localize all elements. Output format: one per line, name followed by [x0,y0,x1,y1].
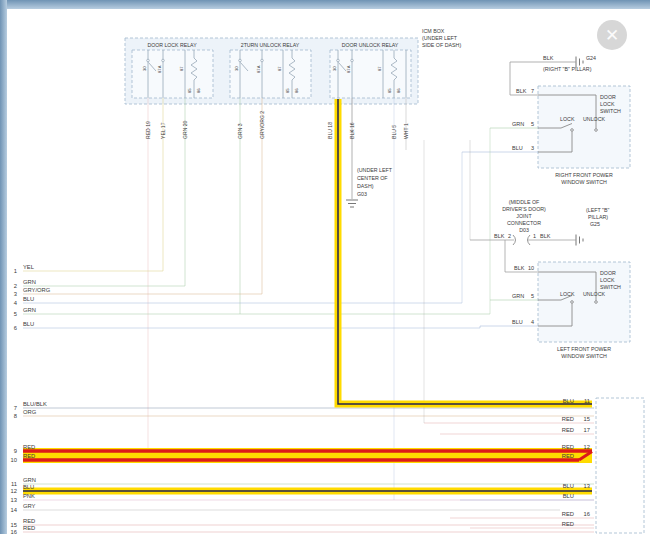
pin-number: 13 [584,483,590,489]
wire-color-label: BLU [23,321,34,327]
diagram-label: 2 [508,233,511,239]
diagram-label: GRN [512,121,524,127]
diagram-label: 86 [294,88,299,93]
pin-number: 16 [584,511,590,517]
diagram-label: SIDE OF DASH) [422,42,461,48]
row-number: 1 [14,268,17,274]
row-number: 7 [14,405,17,411]
diagram-label: BLU [512,145,523,151]
2turn-unlock-relay-box [230,50,311,98]
wire-color-label: YEL 17 [160,122,166,139]
diagram-label: 87 [377,66,382,71]
door-lock-relay-box [132,50,213,98]
wire-color-label: BLU [563,483,574,489]
diagram-label: (UNDER LEFT [357,167,393,173]
wire-color-label: YEL [23,264,35,270]
diagram-label: 85 [285,88,290,93]
close-icon: ✕ [605,25,619,45]
diagram-label: DOOR UNLOCK RELAY [342,42,399,48]
diagram-label: 85 [387,88,392,93]
wiring-diagram: ICM BOX(UNDER LEFTSIDE OF DASH)DOOR LOCK… [0,0,650,534]
diagram-label: G03 [357,191,367,197]
window-left-edge[interactable] [0,0,7,534]
diagram-label: LOCK [600,101,615,107]
wire-color-label: GRN 20 [182,120,188,139]
diagram-label: GRN [512,293,524,299]
diagram-label: DRIVER'S DOOR) [502,206,546,212]
diagram-label: 30 [234,66,239,71]
wire-color-label: RED [562,427,574,433]
diagram-label: LEFT FRONT POWER [557,346,611,352]
row-number: 3 [14,291,17,297]
wire-color-label: GRN [23,279,36,285]
diagram-label: G24 [586,55,596,61]
wire-color-label: WHT 1 [403,123,409,139]
diagram-label: 87 [277,66,282,71]
diagram-label: PILLAR) [588,214,608,220]
wire-color-label: GRN 3 [237,123,243,139]
diagram-label: SWITCH [600,108,621,114]
row-number: 16 [11,529,17,534]
diagram-label: BLK [540,233,551,239]
diagram-label: ICM BOX [422,28,445,34]
wire-color-label: GRY/ORG [23,287,51,293]
diagram-label: LOCK [560,291,575,297]
diagram-label: 7 [531,88,534,94]
diagram-label: BLK [516,88,527,94]
diagram-label: JOINT [516,213,532,219]
diagram-label: 2TURN UNLOCK RELAY [241,42,300,48]
diagram-label: UNLOCK [583,291,606,297]
diagram-label: (LEFT "B" [586,207,610,213]
diagram-label: 30 [142,66,147,71]
diagram-label: CENTER OF [357,175,388,181]
diagram-label: G25 [590,221,600,227]
diagram-label: RIGHT FRONT POWER [555,172,613,178]
diagram-label: 30 [332,66,337,71]
wire-color-label: RED [23,444,35,450]
row-number: 2 [14,283,17,289]
diagram-label: 87A [256,65,261,73]
pin-number: 15 [584,416,590,422]
diagram-label: (MIDDLE OF [509,199,540,205]
diagram-label: 85 [187,88,192,93]
row-number: 4 [14,300,18,306]
diagram-label: 5 [531,293,534,299]
pin-number: 11 [584,398,590,404]
wire-color-label: BLU [563,493,574,499]
wire-color-label: RED [23,453,35,459]
close-button[interactable]: ✕ [597,20,627,50]
diagram-label: LOCK [560,116,575,122]
wire-color-label: BLU [23,484,34,490]
diagram-label: 87 [179,66,184,71]
diagram-label: 4 [531,319,534,325]
diagram-label: BLK [514,265,525,271]
row-number: 10 [11,457,17,463]
diagram-label: D03 [519,227,529,233]
diagram-label: (UNDER LEFT [422,35,458,41]
window-top-edge [0,0,650,9]
wire-color-label: RED 19 [145,121,151,139]
left-front-power-window-switch-box [538,262,630,342]
diagram-label: WINDOW SWITCH [561,179,607,185]
wire-color-label: BLU/BLK [23,401,47,407]
wire-color-label: GRN [23,477,36,483]
diagram-viewer-window: ICM BOX(UNDER LEFTSIDE OF DASH)DOOR LOCK… [0,0,650,534]
row-number: 11 [11,481,17,487]
right-connector-box [596,398,644,533]
wire-color-label: GRY [23,503,36,509]
right-front-power-window-switch-box [538,86,630,168]
wire-color-label: RED [562,444,574,450]
wire-color-label: RED [23,525,35,531]
row-number: 13 [11,497,17,503]
diagram-label: CONNECTOR [507,220,541,226]
diagram-label: 10 [528,265,534,271]
diagram-label: (RIGHT "B" PILLAR) [543,66,592,72]
wire-color-label: RED [562,416,574,422]
wire-color-label: RED [562,453,574,459]
wire-color-label: BLU [563,398,574,404]
diagram-label: DOOR [600,270,616,276]
diagram-label: DASH) [357,183,374,189]
wire-color-label: PNK [23,493,35,499]
row-number: 9 [14,448,17,454]
wire-color-label: RED [23,518,35,524]
